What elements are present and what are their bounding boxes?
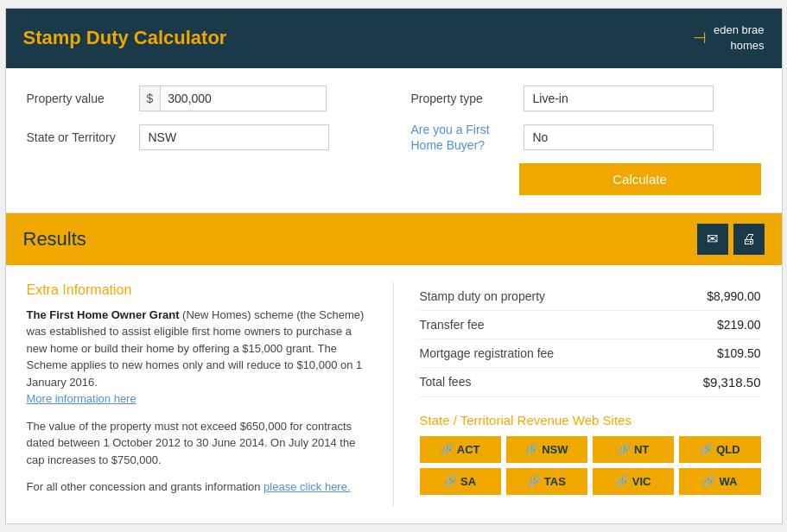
state-label: State or Territory: [27, 130, 130, 144]
link-icon: 🔗: [444, 475, 457, 487]
property-type-input[interactable]: [524, 86, 714, 111]
logo-text: eden brae homes: [714, 22, 765, 54]
fee-row: Total fees$9,318.50: [420, 368, 761, 397]
property-value-input[interactable]: [161, 86, 326, 111]
property-type-row: Property type: [411, 86, 761, 111]
extra-info-title: Extra Information: [27, 282, 367, 298]
extra-info-paragraph3: For all other concession and grants info…: [27, 478, 367, 496]
fee-row: Transfer fee$219.00: [420, 311, 761, 339]
property-value-label: Property value: [27, 92, 130, 105]
web-sites-title: State / Territorial Revenue Web Sites: [420, 413, 761, 428]
state-link-button[interactable]: 🔗NSW: [506, 436, 587, 463]
results-header: Results ✉ 🖨: [6, 213, 782, 265]
property-type-label: Property type: [411, 92, 515, 105]
fee-value: $8,990.00: [707, 289, 760, 303]
state-link-button[interactable]: 🔗WA: [679, 468, 760, 495]
state-input[interactable]: [139, 124, 329, 150]
fee-value: $109.50: [717, 346, 761, 360]
calculator-container: Stamp Duty Calculator ⊣ eden brae homes …: [5, 8, 783, 524]
fee-row: Stamp duty on property$8,990.00: [420, 282, 761, 311]
form-grid: Property value $ Property type State or …: [27, 86, 761, 153]
first-home-row: Are you a First Home Buyer?: [411, 122, 761, 153]
results-body: Extra Information The First Home Owner G…: [6, 265, 782, 523]
fee-label: Transfer fee: [420, 318, 485, 332]
fee-row: Mortgage registration fee$109.50: [420, 339, 761, 368]
link-icon: 🔗: [618, 443, 631, 455]
fee-label: Total fees: [420, 375, 472, 389]
fee-label: Mortgage registration fee: [420, 346, 555, 360]
dollar-prefix: $: [140, 86, 162, 111]
state-link-button[interactable]: 🔗SA: [420, 468, 501, 495]
print-icon: 🖨: [742, 231, 756, 247]
link-icon: 🔗: [525, 443, 538, 455]
extra-info-paragraph2: The value of the property must not excee…: [27, 418, 367, 469]
state-row: State or Territory: [27, 122, 377, 153]
calculate-button[interactable]: Calculate: [519, 163, 761, 195]
state-link-button[interactable]: 🔗QLD: [679, 436, 760, 463]
results-title: Results: [23, 228, 86, 250]
link-icon: 🔗: [528, 475, 541, 487]
property-value-row: Property value $: [27, 86, 377, 111]
link-icon: 🔗: [616, 475, 629, 487]
state-link-button[interactable]: 🔗VIC: [593, 468, 674, 495]
state-buttons: 🔗ACT🔗NSW🔗NT🔗QLD🔗SA🔗TAS🔗VIC🔗WA: [420, 436, 761, 495]
first-home-label: Are you a First Home Buyer?: [411, 122, 515, 153]
page-title: Stamp Duty Calculator: [23, 27, 227, 49]
property-value-input-group[interactable]: $: [139, 86, 327, 111]
state-link-button[interactable]: 🔗ACT: [420, 436, 501, 463]
logo: ⊣ eden brae homes: [693, 22, 765, 54]
fee-label: Stamp duty on property: [420, 289, 546, 303]
extra-info-paragraph1: The First Home Owner Grant (New Homes) s…: [27, 307, 367, 408]
link-icon: 🔗: [700, 443, 713, 455]
fee-value: $9,318.50: [703, 375, 761, 390]
please-click-link[interactable]: please click here.: [263, 480, 350, 493]
link-icon: 🔗: [441, 443, 454, 455]
logo-icon: ⊣: [693, 28, 707, 49]
email-icon: ✉: [707, 231, 718, 247]
state-link-button[interactable]: 🔗NT: [593, 436, 674, 463]
form-section: Property value $ Property type State or …: [6, 68, 782, 213]
print-button[interactable]: 🖨: [733, 224, 765, 255]
state-link-button[interactable]: 🔗TAS: [506, 468, 587, 495]
extra-info-column: Extra Information The First Home Owner G…: [27, 282, 394, 506]
fee-value: $219.00: [717, 318, 761, 332]
more-info-link[interactable]: More information here: [27, 392, 136, 405]
results-actions: ✉ 🖨: [697, 224, 765, 255]
header: Stamp Duty Calculator ⊣ eden brae homes: [6, 9, 782, 67]
link-icon: 🔗: [702, 475, 715, 487]
email-button[interactable]: ✉: [697, 224, 728, 255]
fees-table: Stamp duty on property$8,990.00Transfer …: [420, 282, 761, 397]
fees-column: Stamp duty on property$8,990.00Transfer …: [394, 282, 761, 506]
first-home-input[interactable]: [524, 124, 714, 150]
